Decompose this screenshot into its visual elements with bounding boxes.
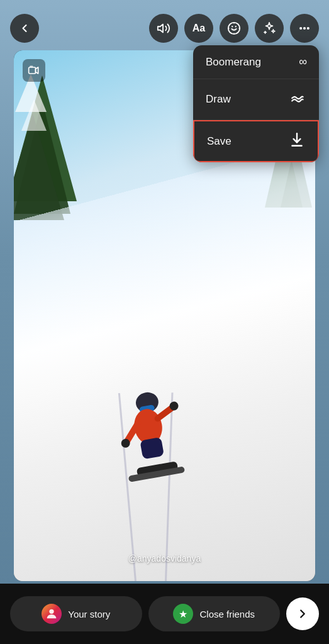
toolbar: Aa: [0, 0, 329, 50]
menu-item-save[interactable]: Save: [193, 120, 319, 162]
next-icon: [296, 607, 309, 621]
svg-line-12: [156, 408, 174, 418]
toolbar-right: Aa: [149, 14, 319, 43]
menu-item-boomerang[interactable]: Boomerang ∞: [193, 45, 319, 79]
boomerang-icon: ∞: [299, 55, 306, 69]
save-icon: [289, 131, 305, 151]
boomerang-label: Boomerang: [206, 56, 261, 69]
sticker-icon: [227, 21, 241, 35]
more-icon: [298, 22, 311, 35]
your-story-label: Your story: [68, 609, 110, 619]
sound-button[interactable]: [149, 14, 178, 43]
text-button[interactable]: Aa: [184, 14, 213, 43]
menu-item-draw[interactable]: Draw: [193, 79, 319, 120]
more-button[interactable]: [290, 14, 319, 43]
star-icon-container: ★: [173, 604, 193, 624]
svg-rect-18: [29, 67, 36, 74]
back-button[interactable]: [10, 14, 39, 43]
dropdown-menu: Boomerang ∞ Draw Save: [193, 45, 319, 162]
next-button[interactable]: [286, 597, 319, 630]
effects-icon: [262, 21, 276, 35]
your-story-button[interactable]: Your story: [10, 596, 142, 631]
draw-label: Draw: [206, 93, 231, 106]
video-icon-container: [23, 59, 45, 82]
close-friends-button[interactable]: ★ Close friends: [148, 596, 281, 631]
svg-point-20: [50, 609, 54, 614]
svg-point-1: [228, 23, 240, 34]
draw-icon: [290, 89, 306, 109]
svg-rect-19: [30, 66, 33, 68]
back-icon: [18, 22, 31, 35]
text-icon: Aa: [192, 23, 205, 34]
svg-point-5: [304, 28, 306, 30]
bottom-bar: Your story ★ Close friends: [0, 584, 329, 644]
video-camera-icon: [28, 64, 40, 77]
user-avatar: [42, 604, 62, 624]
sticker-button[interactable]: [220, 14, 248, 43]
effects-button[interactable]: [255, 14, 284, 43]
save-label: Save: [207, 135, 231, 148]
svg-marker-0: [158, 25, 163, 33]
username-label: @anyadosvidanya: [128, 553, 201, 564]
svg-point-6: [308, 28, 309, 30]
avatar-icon: [45, 607, 59, 621]
star-icon: ★: [179, 608, 187, 620]
sound-icon: [157, 21, 170, 35]
svg-point-4: [300, 28, 302, 30]
close-friends-label: Close friends: [199, 609, 255, 619]
